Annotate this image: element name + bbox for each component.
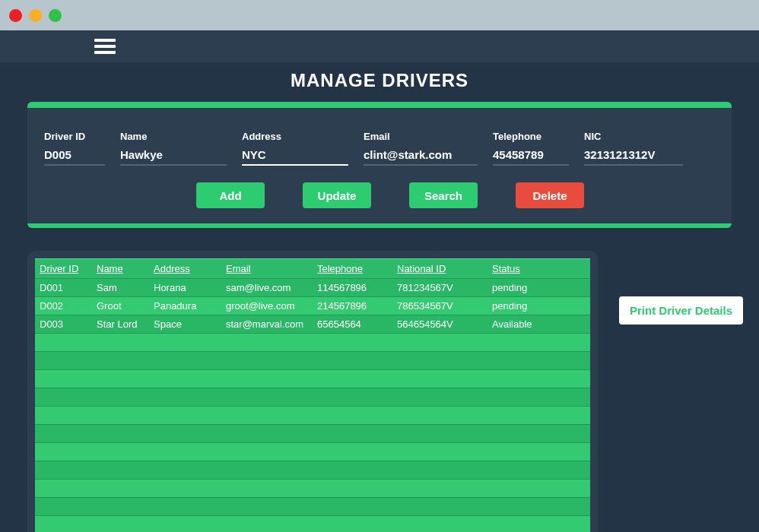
- telephone-field-group: Telephone: [493, 131, 569, 166]
- delete-button[interactable]: Delete: [516, 182, 584, 208]
- drivers-table-card: Driver ID Name Address Email Telephone N…: [27, 251, 598, 532]
- name-input[interactable]: [120, 147, 227, 166]
- driver-id-field-group: Driver ID: [44, 131, 105, 166]
- cell-status: Available: [487, 315, 590, 334]
- cell-email: sam@live.com: [221, 279, 313, 297]
- cell-status: pending: [487, 279, 590, 297]
- cell-telephone: 214567896: [313, 297, 392, 315]
- update-button[interactable]: Update: [303, 182, 371, 208]
- col-header-address[interactable]: Address: [149, 259, 221, 279]
- table-row-empty[interactable]: [35, 425, 590, 443]
- drivers-table: Driver ID Name Address Email Telephone N…: [35, 258, 590, 532]
- cell-driver_id: D002: [35, 297, 92, 315]
- cell-driver_id: D001: [35, 279, 92, 297]
- email-input[interactable]: [364, 147, 478, 166]
- table-header-row: Driver ID Name Address Email Telephone N…: [35, 259, 590, 279]
- print-driver-details-button[interactable]: Print Driver Details: [619, 296, 743, 325]
- telephone-input[interactable]: [493, 147, 569, 166]
- driver-id-label: Driver ID: [44, 131, 105, 142]
- drivers-table-section: Driver ID Name Address Email Telephone N…: [27, 251, 732, 532]
- table-row[interactable]: D001SamHoranasam@live.com114567896781234…: [35, 279, 590, 297]
- cell-address: Horana: [149, 279, 221, 297]
- table-row[interactable]: D003Star LordSpacestar@marval.com6565456…: [35, 315, 590, 334]
- top-navbar: [0, 30, 759, 62]
- cell-national_id: 786534567V: [392, 297, 487, 315]
- address-field-group: Address: [242, 131, 348, 166]
- nic-input[interactable]: [584, 147, 683, 166]
- table-row-empty[interactable]: [35, 461, 590, 480]
- name-label: Name: [120, 131, 227, 142]
- cell-address: Space: [149, 315, 221, 334]
- page-title: MANAGE DRIVERS: [0, 70, 759, 91]
- cell-national_id: 781234567V: [392, 279, 487, 297]
- cell-name: Groot: [92, 297, 149, 315]
- cell-name: Sam: [92, 279, 149, 297]
- col-header-status[interactable]: Status: [487, 259, 590, 279]
- cell-telephone: 114567896: [313, 279, 392, 297]
- cell-address: Panadura: [149, 297, 221, 315]
- col-header-national-id[interactable]: National ID: [392, 259, 487, 279]
- address-label: Address: [242, 131, 348, 142]
- col-header-name[interactable]: Name: [92, 259, 149, 279]
- name-field-group: Name: [120, 131, 227, 166]
- email-field-group: Email: [364, 131, 478, 166]
- cell-email: star@marval.com: [221, 315, 313, 334]
- table-row[interactable]: D002GrootPanaduragroot@live.com214567896…: [35, 297, 590, 315]
- address-input[interactable]: [242, 147, 348, 166]
- col-header-driver-id[interactable]: Driver ID: [35, 259, 92, 279]
- driver-form-panel: Driver ID Name Address Email Telephone N…: [27, 102, 732, 228]
- add-button[interactable]: Add: [196, 182, 265, 208]
- hamburger-menu-icon[interactable]: [94, 39, 116, 54]
- table-row-empty[interactable]: [35, 352, 590, 370]
- table-row-empty[interactable]: [35, 334, 590, 352]
- table-row-empty[interactable]: [35, 443, 590, 461]
- cell-status: pending: [487, 297, 590, 315]
- table-row-empty[interactable]: [35, 388, 590, 407]
- driver-id-input[interactable]: [44, 147, 105, 166]
- col-header-telephone[interactable]: Telephone: [313, 259, 392, 279]
- table-row-empty[interactable]: [35, 480, 590, 498]
- table-row-empty[interactable]: [35, 516, 590, 533]
- nic-label: NIC: [584, 131, 683, 142]
- cell-name: Star Lord: [92, 315, 149, 334]
- nic-field-group: NIC: [584, 131, 683, 166]
- maximize-window-icon[interactable]: [49, 9, 62, 22]
- table-row-empty[interactable]: [35, 407, 590, 425]
- table-row-empty[interactable]: [35, 370, 590, 388]
- cell-national_id: 564654564V: [392, 315, 487, 334]
- search-button[interactable]: Search: [409, 182, 478, 208]
- table-row-empty[interactable]: [35, 498, 590, 516]
- minimize-window-icon[interactable]: [29, 9, 42, 22]
- cell-email: groot@live.com: [221, 297, 313, 315]
- close-window-icon[interactable]: [9, 9, 22, 22]
- telephone-label: Telephone: [493, 131, 569, 142]
- window-titlebar: [0, 0, 759, 30]
- cell-driver_id: D003: [35, 315, 92, 334]
- email-label: Email: [364, 131, 478, 142]
- col-header-email[interactable]: Email: [221, 259, 313, 279]
- cell-telephone: 65654564: [313, 315, 392, 334]
